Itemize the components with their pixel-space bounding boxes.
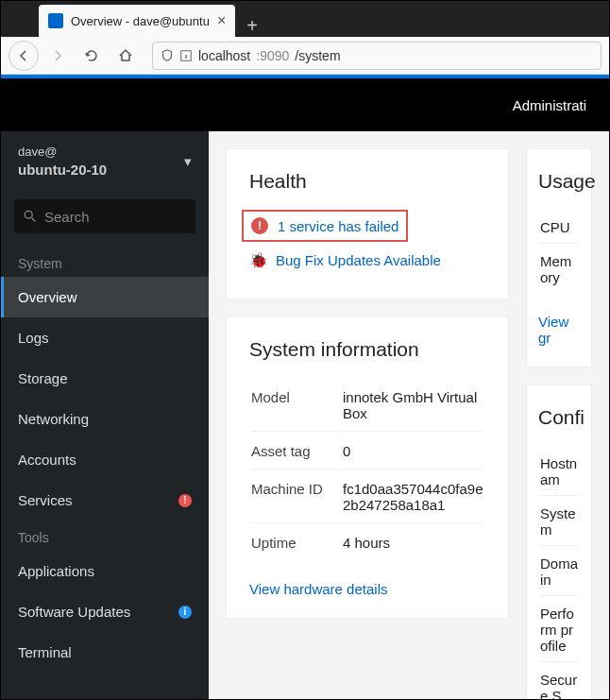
url-host: localhost	[198, 48, 250, 63]
error-icon: !	[251, 217, 268, 234]
forward-button[interactable]	[42, 41, 73, 71]
table-row: Uptime4 hours	[251, 525, 483, 560]
config-title: Confi	[538, 406, 580, 429]
host-user: dave@	[18, 145, 107, 161]
usage-card: Usage CPU Memory View gr	[526, 148, 592, 367]
svg-point-3	[25, 212, 32, 219]
search-icon	[24, 210, 37, 223]
chevron-down-icon: ▾	[184, 153, 192, 170]
tab-favicon	[48, 13, 63, 28]
bug-icon: 🐞	[249, 251, 266, 268]
home-button[interactable]	[110, 41, 141, 71]
info-icon	[179, 49, 193, 62]
sidebar-host-selector[interactable]: dave@ ubuntu-20-10 ▾	[1, 131, 209, 192]
sidebar-item-networking[interactable]: Networking	[1, 399, 209, 439]
tab-title: Overview - dave@ubuntu	[71, 14, 210, 28]
sysinfo-card: System information Modelinnotek GmbH Vir…	[226, 316, 509, 619]
content-area: Health ! 1 service has failed 🐞 Bug Fix …	[209, 131, 609, 700]
sidebar: dave@ ubuntu-20-10 ▾ Search System Overv…	[1, 131, 209, 700]
alert-badge-icon: !	[178, 494, 192, 507]
usage-title: Usage	[538, 170, 580, 193]
sidebar-item-software-updates[interactable]: Software Updates i	[1, 591, 209, 632]
usage-memory: Memory	[540, 246, 578, 293]
usage-cpu: CPU	[540, 212, 578, 244]
sidebar-item-storage[interactable]: Storage	[1, 358, 209, 399]
browser-toolbar: localhost:9090/system	[1, 37, 609, 75]
sidebar-item-services[interactable]: Services !	[1, 480, 209, 521]
updates-link: Bug Fix Updates Available	[276, 252, 441, 268]
failed-service-link: 1 service has failed	[278, 218, 398, 234]
admin-link[interactable]: Administrati	[513, 97, 586, 113]
sysinfo-table: Modelinnotek GmbH VirtualBox Asset tag0 …	[249, 378, 485, 562]
shield-icon	[161, 49, 174, 62]
health-updates-item[interactable]: 🐞 Bug Fix Updates Available	[249, 251, 485, 268]
sidebar-item-terminal[interactable]: Terminal	[1, 632, 209, 673]
view-graphs-link[interactable]: View gr	[538, 314, 580, 346]
url-bar[interactable]: localhost:9090/system	[152, 42, 602, 70]
browser-tab-strip: Overview - dave@ubuntu × +	[1, 1, 609, 37]
sidebar-section-system: System	[1, 247, 209, 277]
back-button[interactable]	[8, 41, 39, 71]
url-port: :9090	[256, 48, 289, 63]
health-card: Health ! 1 service has failed 🐞 Bug Fix …	[226, 148, 509, 299]
svg-line-4	[32, 218, 36, 222]
table-row: Machine IDfc1d0aa357044c0fa9e2b247258a18…	[251, 471, 483, 523]
hardware-details-link[interactable]: View hardware details	[249, 581, 485, 597]
sidebar-section-tools: Tools	[1, 521, 209, 551]
table-row: Modelinnotek GmbH VirtualBox	[251, 380, 483, 432]
host-name: ubuntu-20-10	[18, 161, 107, 179]
health-title: Health	[249, 170, 485, 193]
close-icon[interactable]: ×	[217, 12, 226, 29]
browser-tab[interactable]: Overview - dave@ubuntu ×	[39, 5, 235, 37]
sidebar-item-accounts[interactable]: Accounts	[1, 439, 209, 480]
search-placeholder: Search	[44, 209, 90, 225]
info-badge-icon: i	[178, 606, 192, 619]
health-failed-item[interactable]: ! 1 service has failed	[242, 210, 408, 242]
config-card: Confi Hostnam System Domain Perform prof…	[526, 384, 592, 700]
new-tab-button[interactable]: +	[235, 15, 269, 37]
cockpit-header: Administrati	[1, 78, 609, 131]
table-row: Asset tag0	[251, 434, 483, 470]
sidebar-item-applications[interactable]: Applications	[1, 551, 209, 591]
sidebar-item-overview[interactable]: Overview	[1, 277, 209, 317]
url-path: /system	[295, 48, 340, 63]
reload-button[interactable]	[76, 41, 107, 71]
sidebar-item-logs[interactable]: Logs	[1, 317, 209, 358]
sysinfo-title: System information	[249, 338, 485, 361]
sidebar-search[interactable]: Search	[14, 199, 195, 233]
